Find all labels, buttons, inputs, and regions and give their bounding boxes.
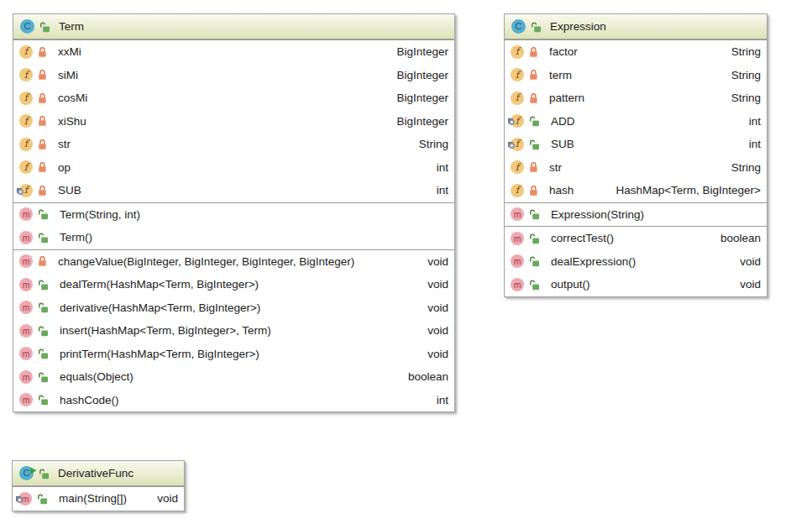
class-box-expression[interactable]: CExpressionffactorStringftermStringfpatt… [504,13,767,297]
member-row[interactable]: fSUBint [13,179,454,202]
member-row[interactable]: minsert(HashMap<Term, BigInteger>, Term)… [13,319,454,343]
method-icon: m [19,278,33,291]
member-row[interactable]: mderivative(HashMap<Term, BigInteger>)vo… [13,296,454,320]
member-name: output() [551,278,590,291]
member-type: void [417,255,448,268]
member-type: int [427,394,448,406]
field-letter: f [511,184,524,197]
member-row[interactable]: fstrString [505,156,767,180]
method-icon: m [19,324,33,338]
class-letter: C [20,19,34,34]
member-row[interactable]: fstrString [13,133,454,156]
method-letter: m [511,207,524,221]
member-row[interactable]: fsiMiBigInteger [13,64,454,87]
method-icon: m [511,254,524,268]
member-row[interactable]: mdealTerm(HashMap<Term, BigInteger>)void [13,273,454,296]
member-row[interactable]: mdealExpression()void [505,250,767,274]
method-icon: m [19,231,33,244]
method-letter: m [19,370,33,384]
member-row[interactable]: mhashCode()int [13,389,454,412]
member-row[interactable]: mprintTerm(HashMap<Term, BigInteger>)voi… [13,343,454,366]
class-title: DerivativeFunc [58,467,134,479]
static-mark-gear-icon [508,138,516,153]
field-letter: f [19,160,33,174]
member-name: SUB [551,138,574,150]
private-lock-icon [38,161,47,173]
class-header-expression[interactable]: CExpression [505,14,767,39]
package-lock-icon [531,21,542,33]
class-box-term[interactable]: CTermfxxMiBigIntegerfsiMiBigIntegerfcosM… [13,13,455,412]
method-icon: m [511,207,524,221]
member-name: main(String[]) [59,492,127,505]
member-name: insert(HashMap<Term, BigInteger>, Term) [60,324,271,337]
fields-section: fxxMiBigIntegerfsiMiBigIntegerfcosMiBigI… [13,39,454,202]
member-row[interactable]: mmain(String[])void [13,487,184,511]
member-row[interactable]: fopint [13,156,454,180]
member-name: dealExpression() [551,255,636,268]
field-icon: f [19,92,33,105]
member-type: void [147,492,178,505]
field-icon: f [511,184,524,197]
member-name: hash [549,184,574,196]
member-name: equals(Object) [60,370,134,383]
package-lock-icon [529,139,540,150]
member-row[interactable]: mTerm() [13,226,454,249]
member-row[interactable]: ftermString [505,64,767,87]
field-letter: f [511,45,524,59]
member-type: void [417,324,448,337]
method-letter: m [19,278,33,291]
member-row[interactable]: mExpression(String) [505,203,767,227]
member-type: void [417,348,448,360]
member-row[interactable]: fhashHashMap<Term, BigInteger> [505,179,767,202]
member-row[interactable]: fcosMiBigInteger [13,86,454,110]
member-row[interactable]: fxiShuBigInteger [13,110,454,134]
member-type: String [721,69,761,81]
field-icon: f [19,68,33,81]
methods-section: mmain(String[])void [13,486,184,511]
package-lock-icon [38,325,49,337]
member-row[interactable]: mTerm(String, int) [13,203,454,227]
constructors-section: mTerm(String, int)mTerm() [13,202,454,249]
member-row[interactable]: mequals(Object)boolean [13,365,454,389]
method-icon: m [19,393,33,406]
diagram-canvas[interactable]: CTermfxxMiBigIntegerfsiMiBigIntegerfcosM… [0,0,812,524]
member-name: pattern [549,92,584,104]
private-lock-icon [529,46,538,58]
member-name: term [549,69,572,81]
member-type: BigInteger [386,115,448,128]
field-icon: f [511,114,524,128]
field-letter: f [511,160,524,174]
class-letter: C [511,19,526,34]
member-row[interactable]: fxxMiBigInteger [13,40,454,64]
class-box-derivativefunc[interactable]: CDerivativeFuncmmain(String[])void [12,460,185,511]
member-row[interactable]: fSUBint [505,133,767,156]
member-type: int [427,161,448,174]
member-row[interactable]: mcorrectTest()boolean [505,227,767,250]
member-type: void [417,301,448,314]
member-row[interactable]: fADDint [505,110,767,134]
member-row[interactable]: ffactorString [505,40,767,64]
member-name: siMi [58,69,78,81]
member-type: String [409,138,448,150]
field-letter: f [19,114,33,128]
member-row[interactable]: moutput()void [505,273,767,296]
methods-section: mcorrectTest()booleanmdealExpression()vo… [505,226,767,296]
field-letter: f [19,68,33,81]
field-letter: f [19,92,33,105]
member-row[interactable]: mchangeValue(BigInteger, BigInteger, Big… [13,250,454,274]
package-lock-icon [529,115,540,127]
class-header-derivativefunc[interactable]: CDerivativeFunc [13,461,184,486]
member-name: xxMi [58,45,81,58]
class-header-term[interactable]: CTerm [13,14,454,39]
member-name: Term(String, int) [60,208,140,221]
private-lock-icon [38,92,47,104]
field-icon: f [511,45,524,59]
method-letter: m [511,278,524,291]
private-lock-icon [529,69,538,81]
field-icon: f [19,138,33,151]
member-type: boolean [398,370,448,383]
class-title: Term [59,20,84,33]
member-row[interactable]: fpatternString [505,86,767,110]
field-icon: f [511,138,524,151]
private-lock-icon [529,161,538,173]
